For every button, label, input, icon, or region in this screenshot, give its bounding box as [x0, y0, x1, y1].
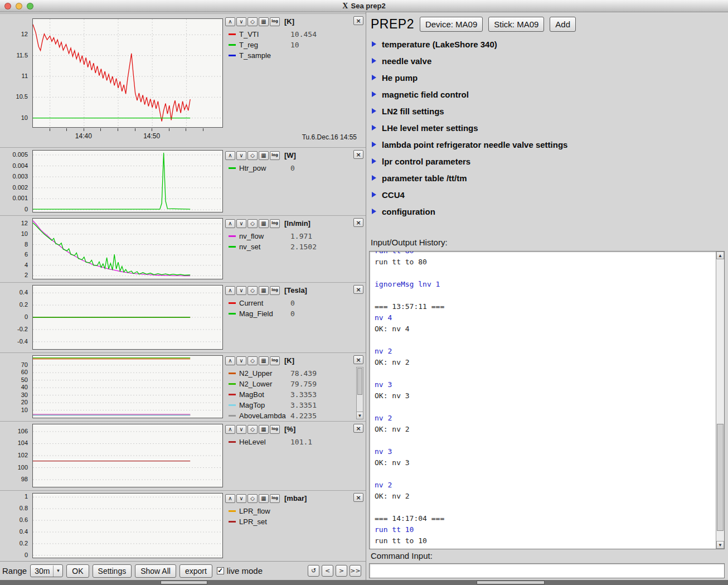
legend-item[interactable]: Mag_Field0: [225, 308, 363, 319]
tree-item[interactable]: temperature (LakeShore 340): [372, 36, 722, 52]
scroll-down-button[interactable]: ∨: [236, 425, 246, 434]
scroll-up-button[interactable]: ∧: [225, 286, 235, 295]
log-scale-button[interactable]: log: [270, 286, 280, 295]
expand-triangle-icon[interactable]: [372, 209, 376, 214]
expand-triangle-icon[interactable]: [372, 192, 376, 197]
grid-button[interactable]: ▦: [259, 494, 269, 503]
scroll-down-arrow-icon[interactable]: ▼: [357, 412, 363, 419]
command-input[interactable]: [369, 563, 725, 578]
tree-item[interactable]: configuration: [372, 203, 722, 220]
expand-triangle-icon[interactable]: [372, 91, 376, 97]
range-select[interactable]: 30m ▼: [30, 564, 63, 577]
scroll-up-button[interactable]: ∧: [225, 219, 235, 228]
grid-button[interactable]: ▦: [259, 356, 269, 365]
scroll-down-button[interactable]: ∨: [236, 286, 246, 295]
log-scale-button[interactable]: log: [270, 356, 280, 365]
chart-plot[interactable]: [32, 355, 223, 418]
stick-button[interactable]: Stick: MA09: [488, 17, 544, 32]
grid-button[interactable]: ▦: [259, 286, 269, 295]
expand-triangle-icon[interactable]: [372, 41, 376, 47]
autoscale-button[interactable]: ◇: [247, 219, 258, 228]
autoscale-button[interactable]: ◇: [247, 494, 258, 503]
close-chart-button[interactable]: ×: [353, 493, 363, 502]
log-scale-button[interactable]: log: [270, 494, 280, 503]
scroll-down-button[interactable]: ∨: [236, 356, 246, 365]
tree-item[interactable]: magnetic field control: [372, 86, 722, 103]
grid-button[interactable]: ▦: [259, 425, 269, 434]
add-button[interactable]: Add: [550, 17, 576, 32]
expand-triangle-icon[interactable]: [372, 75, 376, 80]
legend-item[interactable]: MagTop3.3351: [225, 400, 363, 410]
tree-item[interactable]: LHe level meter settings: [372, 119, 722, 136]
close-chart-button[interactable]: ×: [353, 16, 363, 25]
close-chart-button[interactable]: ×: [353, 285, 363, 294]
scroll-up-button[interactable]: ∧: [225, 494, 235, 503]
jump-latest-button[interactable]: >>: [350, 565, 361, 577]
expand-triangle-icon[interactable]: [372, 158, 376, 164]
tree-item[interactable]: He pump: [372, 69, 722, 86]
expand-triangle-icon[interactable]: [372, 125, 376, 130]
replot-button[interactable]: ↺: [308, 565, 319, 577]
chart-plot[interactable]: [32, 285, 223, 350]
scroll-up-button[interactable]: ∧: [225, 17, 235, 26]
tree-item[interactable]: lpr control parameters: [372, 153, 722, 170]
scrollbar-thumb[interactable]: [717, 424, 724, 531]
scroll-down-button[interactable]: ∨: [236, 494, 246, 503]
legend-item[interactable]: T_sample: [225, 50, 363, 61]
page-right-button[interactable]: >: [336, 565, 347, 577]
history-scrollbar[interactable]: ▲ ▼: [716, 252, 724, 549]
legend-item[interactable]: HeLevel101.1: [225, 437, 363, 447]
io-history[interactable]: run tt 80run tt to 80 ignoreMsg lnv 1 ==…: [369, 251, 725, 549]
tree-item[interactable]: parameter table /tt/tm: [372, 170, 722, 186]
scroll-down-button[interactable]: ∨: [236, 219, 246, 228]
show-all-button[interactable]: Show All: [135, 564, 176, 578]
scroll-up-button[interactable]: ∧: [225, 151, 235, 160]
legend-item[interactable]: MagBot3.3353: [225, 389, 363, 400]
autoscale-button[interactable]: ◇: [247, 425, 258, 434]
autoscale-button[interactable]: ◇: [247, 17, 258, 26]
grid-button[interactable]: ▦: [259, 219, 269, 228]
expand-triangle-icon[interactable]: [372, 175, 376, 181]
legend-item[interactable]: T_reg10: [225, 40, 363, 50]
export-button[interactable]: export: [179, 564, 212, 578]
expand-triangle-icon[interactable]: [372, 108, 376, 114]
settings-button[interactable]: Settings: [93, 564, 132, 578]
chart-plot[interactable]: [32, 493, 223, 558]
scroll-up-button[interactable]: ∧: [225, 356, 235, 365]
scroll-down-button[interactable]: ∨: [236, 151, 246, 160]
legend-item[interactable]: LPR_set: [225, 516, 363, 527]
legend-item[interactable]: Current0: [225, 298, 363, 308]
expand-triangle-icon[interactable]: [372, 142, 376, 147]
chart-plot[interactable]: [32, 218, 223, 279]
chart-plot[interactable]: [32, 424, 223, 487]
ok-button[interactable]: OK: [66, 564, 89, 578]
legend-scrollbar[interactable]: ▼: [356, 367, 363, 419]
legend-item[interactable]: Htr_pow0: [225, 163, 363, 173]
grid-button[interactable]: ▦: [259, 151, 269, 160]
legend-item[interactable]: nv_set2.1502: [225, 241, 363, 252]
legend-item[interactable]: N2_Lower79.759: [225, 379, 363, 389]
close-chart-button[interactable]: ×: [353, 424, 363, 433]
grid-button[interactable]: ▦: [259, 17, 269, 26]
log-scale-button[interactable]: log: [270, 151, 280, 160]
tree-item[interactable]: needle valve: [372, 52, 722, 69]
autoscale-button[interactable]: ◇: [247, 286, 258, 295]
legend-item[interactable]: T_VTI10.454: [225, 29, 363, 40]
log-scale-button[interactable]: log: [270, 219, 280, 228]
scroll-up-button[interactable]: ∧: [225, 425, 235, 434]
tree-item[interactable]: lambda point refrigerator needle valve s…: [372, 136, 722, 153]
live-mode-checkbox[interactable]: ✓: [217, 567, 224, 574]
expand-triangle-icon[interactable]: [372, 58, 376, 64]
chart-plot[interactable]: [32, 18, 223, 128]
scroll-up-arrow-icon[interactable]: ▲: [716, 252, 724, 259]
autoscale-button[interactable]: ◇: [247, 151, 258, 160]
autoscale-button[interactable]: ◇: [247, 356, 258, 365]
scroll-down-button[interactable]: ∨: [236, 17, 246, 26]
legend-item[interactable]: LPR_flow: [225, 506, 363, 516]
tree-item[interactable]: CCU4: [372, 186, 722, 203]
close-chart-button[interactable]: ×: [353, 150, 363, 159]
log-scale-button[interactable]: log: [270, 17, 280, 26]
close-chart-button[interactable]: ×: [353, 218, 363, 227]
legend-item[interactable]: N2_Upper78.439: [225, 368, 363, 379]
tree-item[interactable]: LN2 fill settings: [372, 103, 722, 119]
